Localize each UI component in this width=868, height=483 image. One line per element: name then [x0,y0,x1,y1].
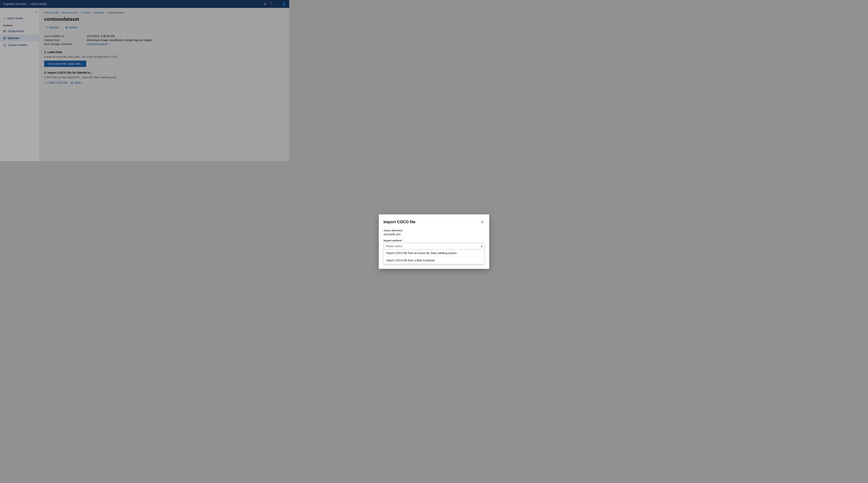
modal-overlay: Import COCO file ✕ Azure directory micro… [0,0,289,161]
